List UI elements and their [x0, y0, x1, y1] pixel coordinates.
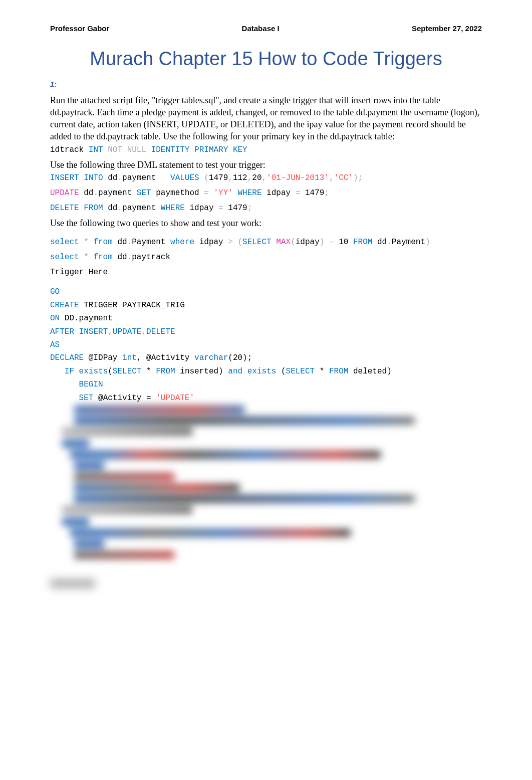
code-token: DD.payment — [60, 314, 113, 323]
code-token: INSERT — [74, 327, 108, 336]
code-token: 112 — [233, 173, 247, 182]
code-token: . — [387, 238, 392, 247]
trigger-line: BEGIN — [50, 379, 482, 390]
code-token: 10 — [334, 238, 353, 247]
code-token: ( — [199, 173, 209, 182]
code-token: AFTER — [50, 327, 74, 336]
code-token: paytrack — [132, 253, 170, 262]
code-token: idpay — [296, 238, 320, 247]
query-2: select * from dd.paytrack — [50, 251, 482, 263]
code-token: . — [127, 238, 132, 247]
code-token: varchar — [194, 353, 228, 362]
code-token: KEY — [228, 145, 247, 154]
code-token: ) — [387, 367, 392, 376]
code-token: DELETE — [146, 327, 175, 336]
code-token: . — [93, 188, 98, 198]
obscured-content — [50, 406, 482, 559]
code-token: payment — [98, 188, 137, 198]
code-token: payment — [122, 173, 170, 182]
code-token: FROM — [353, 238, 372, 247]
code-token: idpay — [194, 238, 228, 247]
code-token: dd — [103, 204, 118, 213]
code-token: FROM — [79, 204, 103, 213]
code-token: @Activity — [93, 394, 146, 403]
code-token: idpay — [262, 188, 296, 198]
code-token: UPDATE — [50, 188, 79, 198]
code-token: exists — [74, 367, 108, 376]
code-token: , — [141, 327, 146, 336]
code-token: where — [170, 238, 194, 247]
code-token: * — [315, 367, 329, 376]
code-token: = — [218, 204, 223, 213]
code-token: select — [50, 238, 79, 247]
code-token: dd — [372, 238, 387, 247]
code-token: ); — [242, 353, 252, 362]
code-token: FROM — [329, 367, 348, 376]
code-token: and — [223, 367, 242, 376]
code-token: ( — [276, 367, 286, 376]
code-token: , @Activity — [137, 353, 194, 362]
dml-insert: INSERT INTO dd.payment VALUES (1479,112,… — [50, 172, 482, 184]
code-token: NOT — [103, 145, 122, 154]
header-left: Professor Gabor — [50, 24, 109, 33]
pk-code: idtrack INT NOT NULL IDENTITY PRIMARY KE… — [50, 144, 482, 156]
code-token: DECLARE — [50, 353, 84, 362]
header-center: Database I — [242, 24, 280, 33]
code-token: SET — [137, 188, 151, 198]
code-token: . — [117, 204, 122, 213]
code-token: * — [79, 253, 89, 262]
code-token: 'YY' — [209, 188, 233, 198]
code-token: , — [247, 173, 252, 182]
code-token: DELETE — [50, 204, 79, 213]
trigger-line: DECLARE @IDPay int, @Activity varchar(20… — [50, 352, 482, 363]
code-token: 20 — [252, 173, 261, 182]
code-token: . — [127, 253, 132, 262]
code-token: INSERT — [50, 173, 79, 182]
code-token: dd — [79, 188, 94, 198]
code-token: ( — [108, 367, 113, 376]
code-token: NULL — [122, 145, 146, 154]
code-token: 'CC' — [334, 173, 353, 182]
code-token: SELECT — [242, 238, 272, 247]
code-token: ) — [320, 238, 325, 247]
code-token: ) — [425, 238, 430, 247]
page-header: Professor Gabor Database I September 27,… — [50, 24, 482, 33]
code-token: IDENTITY — [146, 145, 189, 154]
paragraph-1: Run the attached script file, "trigger t… — [50, 94, 482, 143]
trigger-line: ON DD.payment — [50, 313, 482, 324]
code-token: WHERE — [161, 204, 185, 213]
code-token: from — [89, 253, 113, 262]
code-token: PRIMARY — [189, 145, 228, 154]
code-token: * — [79, 238, 89, 247]
paragraph-2: Use the following three DML statement to… — [50, 159, 482, 171]
trigger-line: AFTER INSERT,UPDATE,DELETE — [50, 326, 482, 337]
dml-delete: DELETE FROM dd.payment WHERE idpay = 147… — [50, 202, 482, 214]
code-token: IF — [50, 367, 74, 376]
code-token: WHERE — [233, 188, 262, 198]
code-token: = — [204, 188, 209, 198]
code-token: SET — [50, 394, 93, 403]
code-token: idtrack — [50, 145, 89, 154]
code-token: ; — [324, 188, 329, 198]
code-token: TRIGGER PAYTRACK_TRIG — [79, 301, 185, 310]
code-token: MAX — [272, 238, 291, 247]
code-token: from — [89, 238, 113, 247]
code-token: ON — [50, 314, 60, 323]
trigger-here-label: Trigger Here — [50, 266, 482, 278]
trigger-line: IF exists(SELECT * FROM inserted) and ex… — [50, 366, 482, 377]
code-token: ( — [228, 353, 233, 362]
obscured-footer — [50, 579, 95, 588]
code-token: ); — [353, 173, 363, 182]
code-token: VALUES — [170, 173, 199, 182]
header-right: September 27, 2022 — [412, 24, 482, 33]
dml-update: UPDATE dd.payment SET paymethod = 'YY' W… — [50, 187, 482, 199]
code-token: int — [122, 353, 137, 362]
code-token: @IDPay — [84, 353, 122, 362]
code-token: dd — [103, 173, 118, 182]
code-token: , — [262, 173, 267, 182]
code-token: ; — [247, 204, 252, 213]
page-title: Murach Chapter 15 How to Code Triggers — [50, 48, 482, 71]
query-1: select * from dd.Payment where idpay > (… — [50, 236, 482, 248]
code-token: 1479 — [300, 188, 324, 198]
code-token: INTO — [79, 173, 103, 182]
